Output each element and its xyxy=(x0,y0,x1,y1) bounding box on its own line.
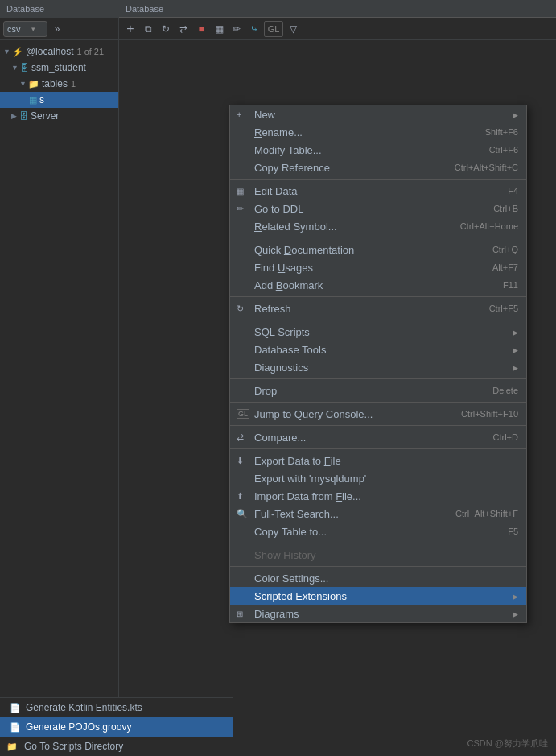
scripted-extensions-arrow xyxy=(513,592,518,601)
copy-reference-shortcut: Ctrl+Alt+Shift+C xyxy=(455,163,518,172)
menu-item-full-text-search[interactable]: 🔍 Full-Text Search... Ctrl+Alt+Shift+F xyxy=(230,505,526,523)
jump-button[interactable]: ⤷ xyxy=(246,21,262,37)
server-label: Server xyxy=(31,110,59,122)
quick-doc-shortcut: Ctrl+Q xyxy=(492,245,518,254)
scripted-extensions-label: Scripted Extensions xyxy=(254,590,347,602)
sync-button[interactable]: ⇄ xyxy=(175,21,192,37)
localhost-icon: ⚡ xyxy=(12,47,23,57)
menu-item-quick-doc[interactable]: Quick Documentation Ctrl+Q xyxy=(230,241,526,258)
add-button[interactable]: + xyxy=(122,21,138,37)
related-symbol-shortcut: Ctrl+Alt+Home xyxy=(460,221,518,231)
folder-icon: 📁 xyxy=(6,742,18,752)
sep6 xyxy=(230,402,526,403)
menu-item-color-settings[interactable]: Color Settings... xyxy=(230,569,526,587)
menu-item-diagrams[interactable]: ⊞ Diagrams xyxy=(230,605,526,622)
modify-table-label: Modify Table... xyxy=(254,144,322,156)
table-button[interactable]: ▦ xyxy=(211,21,227,37)
tree-server[interactable]: ▶ 🗄 Server xyxy=(0,108,118,124)
sep7 xyxy=(230,425,526,426)
filter-button[interactable]: ▽ xyxy=(285,21,301,37)
show-history-label: Show History xyxy=(254,549,316,561)
menu-item-copy-table[interactable]: Copy Table to... F5 xyxy=(230,523,526,540)
tree-tables[interactable]: ▼ 📁 tables 1 xyxy=(0,76,118,92)
copy-button[interactable]: ⧉ xyxy=(140,21,156,37)
menu-item-scripted-extensions[interactable]: Scripted Extensions xyxy=(230,587,526,605)
go-to-scripts-label: Go To Scripts Directory xyxy=(24,741,123,752)
tree-localhost[interactable]: ▼ ⚡ @localhost 1 of 21 xyxy=(0,43,118,60)
search-box[interactable]: ▾ xyxy=(3,21,47,37)
sep10 xyxy=(230,566,526,567)
menu-item-copy-reference[interactable]: Copy Reference Ctrl+Alt+Shift+C xyxy=(230,159,526,176)
quick-doc-label: Quick Documentation xyxy=(254,244,354,256)
sep2 xyxy=(230,238,526,238)
console-button[interactable]: GL xyxy=(264,21,283,37)
export-icon: ⬇ xyxy=(237,456,244,466)
db-header: Database xyxy=(119,0,556,18)
menu-item-related-symbol[interactable]: Related Symbol... Ctrl+Alt+Home xyxy=(230,217,526,235)
menu-item-compare[interactable]: ⇄ Compare... Ctrl+D xyxy=(230,428,526,446)
menu-item-diagnostics[interactable]: Diagnostics xyxy=(230,358,526,376)
menu-item-new[interactable]: + New xyxy=(230,105,526,123)
related-symbol-label: Related Symbol... xyxy=(254,221,337,233)
stop-button[interactable]: ■ xyxy=(193,21,209,37)
sep5 xyxy=(230,378,526,379)
menu-item-edit-data[interactable]: ▦ Edit Data F4 xyxy=(230,182,526,200)
menu-item-sql-scripts[interactable]: SQL Scripts xyxy=(230,323,526,341)
refresh-button[interactable]: ↻ xyxy=(158,21,174,37)
watermark-text: CSDN @努力学爪哇 xyxy=(467,738,548,748)
search-input[interactable] xyxy=(7,24,31,34)
diagrams-arrow xyxy=(513,609,518,618)
sql-scripts-arrow xyxy=(513,328,518,337)
localhost-badge: 1 of 21 xyxy=(76,47,104,56)
sep1 xyxy=(230,179,526,180)
rename-label: Rename... xyxy=(254,126,303,138)
table-s-icon: ▦ xyxy=(29,95,37,105)
server-icon: 🗄 xyxy=(19,111,28,121)
tree-arrow-server: ▶ xyxy=(11,112,17,120)
menu-item-database-tools[interactable]: Database Tools xyxy=(230,341,526,358)
find-usages-shortcut: Alt+F7 xyxy=(492,262,518,272)
import-icon: ⬆ xyxy=(237,491,244,502)
generate-kotlin-item[interactable]: 📄 Generate Kotlin Entities.kts xyxy=(0,698,233,717)
sep8 xyxy=(230,448,526,449)
diagrams-icon: ⊞ xyxy=(237,609,243,618)
menu-item-modify-table[interactable]: Modify Table... Ctrl+F6 xyxy=(230,141,526,159)
menu-item-import-data[interactable]: ⬆ Import Data from File... xyxy=(230,487,526,505)
menu-item-refresh[interactable]: ↻ Refresh Ctrl+F5 xyxy=(230,300,526,317)
db-header-title: Database xyxy=(126,4,163,14)
go-to-scripts-item[interactable]: 📁 Go To Scripts Directory xyxy=(0,737,233,756)
menu-item-add-bookmark[interactable]: Add Bookmark F11 xyxy=(230,276,526,294)
drop-shortcut: Delete xyxy=(492,386,518,395)
compare-icon: ⇄ xyxy=(237,432,244,443)
sep9 xyxy=(230,543,526,543)
more-options-button[interactable]: » xyxy=(49,21,65,37)
left-panel-title: Database xyxy=(0,0,118,18)
database-tools-arrow xyxy=(513,345,518,354)
tables-label: tables xyxy=(42,78,68,89)
menu-item-rename[interactable]: Rename... Shift+F6 xyxy=(230,123,526,141)
tree-arrow-tables: ▼ xyxy=(19,80,27,88)
refresh-shortcut: Ctrl+F5 xyxy=(489,304,518,313)
left-toolbar: ▾ » xyxy=(0,18,118,40)
menu-item-find-usages[interactable]: Find Usages Alt+F7 xyxy=(230,258,526,276)
search-dropdown-icon[interactable]: ▾ xyxy=(31,25,35,33)
sql-scripts-label: SQL Scripts xyxy=(254,326,310,338)
edit-data-icon: ▦ xyxy=(237,187,244,196)
generate-pojos-item[interactable]: 📄 Generate POJOs.groovy xyxy=(0,717,233,737)
refresh-label: Refresh xyxy=(254,303,291,315)
menu-item-export-data[interactable]: ⬇ Export Data to File xyxy=(230,452,526,469)
tree-ssm-student[interactable]: ▼ 🗄 ssm_student xyxy=(0,60,118,76)
tree-arrow-ssm: ▼ xyxy=(11,64,19,72)
menu-item-go-to-ddl[interactable]: ✏ Go to DDL Ctrl+B xyxy=(230,200,526,217)
menu-item-drop[interactable]: Drop Delete xyxy=(230,382,526,399)
edit-data-label: Edit Data xyxy=(254,185,297,197)
menu-item-jump-to-console[interactable]: GL Jump to Query Console... Ctrl+Shift+F… xyxy=(230,405,526,423)
compare-label: Compare... xyxy=(254,432,306,444)
ssm-label: ssm_student xyxy=(31,62,86,73)
compare-shortcut: Ctrl+D xyxy=(493,432,518,442)
edit-button[interactable]: ✏ xyxy=(229,21,245,37)
menu-item-export-mysqldump[interactable]: Export with 'mysqldump' xyxy=(230,469,526,487)
new-label: New xyxy=(254,109,275,121)
edit-data-shortcut: F4 xyxy=(508,186,518,196)
tree-table-s[interactable]: ▦ s xyxy=(0,92,118,108)
